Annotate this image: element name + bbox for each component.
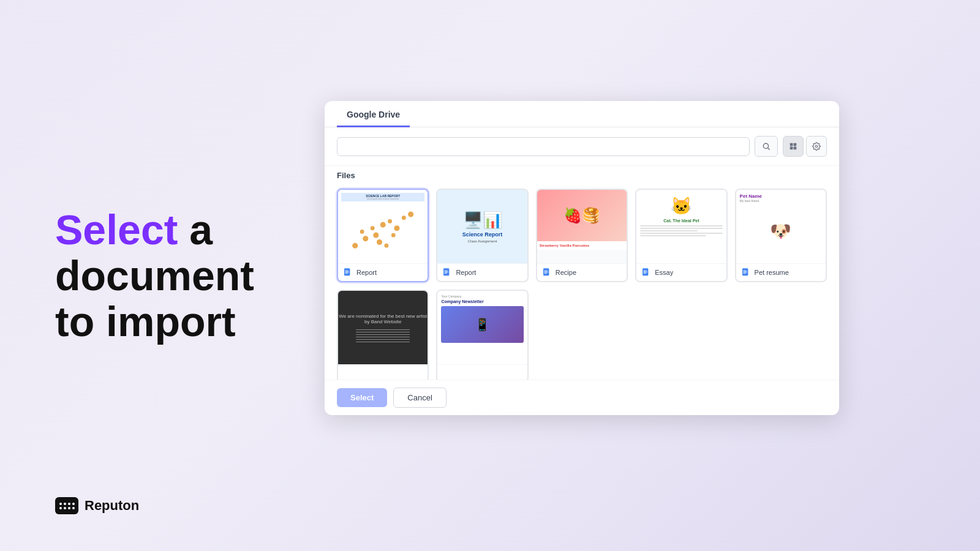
file-card-1[interactable]: SCIENCE LAB REPORT Lorem ipsum dolor sit…: [337, 189, 429, 282]
svg-rect-5: [794, 147, 797, 150]
dot: [64, 503, 66, 505]
svg-point-6: [815, 145, 818, 148]
file-info-6: [338, 364, 428, 380]
recipe-thumbnail: 🍓🥞 Strawberry Vanilla Pancakes: [537, 190, 627, 263]
reputon-logo-icon: [55, 497, 78, 514]
file-info-4: Essay: [636, 263, 726, 281]
newsletter-title: Company Newsletter: [441, 299, 523, 304]
file-card-2[interactable]: 🖥️📊 Science Report Class Assignment Repo…: [436, 189, 528, 282]
svg-point-11: [371, 226, 375, 230]
guitar-strings: [356, 329, 410, 342]
guitar-string: [356, 334, 410, 335]
svg-rect-39: [743, 273, 746, 274]
svg-point-7: [352, 243, 358, 249]
headline: Select a document to import: [55, 207, 288, 344]
guitar-string: [356, 342, 410, 342]
svg-line-1: [768, 148, 770, 150]
science-report-icon: 🖥️📊: [463, 211, 502, 230]
tab-bar: Google Drive: [325, 101, 839, 127]
recipe-image: 🍓🥞: [537, 190, 627, 241]
svg-rect-26: [445, 272, 449, 272]
file-info-1: Report: [338, 263, 428, 281]
guitar-string: [356, 339, 410, 340]
svg-rect-29: [544, 271, 547, 271]
logo-text: Reputon: [85, 498, 139, 514]
thumb-line: [640, 230, 698, 231]
thumb-line: [640, 225, 722, 227]
file-thumbnail-3: 🍓🥞 Strawberry Vanilla Pancakes: [537, 190, 627, 263]
file-card-3[interactable]: 🍓🥞 Strawberry Vanilla Pancakes Recipe: [536, 189, 628, 282]
doc-icon-1: [343, 268, 353, 277]
svg-rect-33: [644, 271, 647, 271]
svg-rect-25: [445, 271, 448, 271]
file-name-4: Essay: [655, 269, 673, 276]
dot-row-1: [59, 503, 75, 505]
science-report-thumbnail: 🖥️📊 Science Report Class Assignment: [437, 190, 527, 263]
svg-point-15: [391, 233, 396, 238]
guitar-string: [356, 332, 410, 332]
pet-image: 🐶: [740, 203, 822, 260]
grid-icon: [789, 142, 797, 151]
files-label: Files: [325, 166, 839, 184]
file-info-5: Pet resume: [736, 263, 826, 281]
file-card-5[interactable]: Pet Name My best friend 🐶 Pet resume: [735, 189, 827, 282]
view-buttons: [783, 136, 827, 157]
file-thumbnail-2: 🖥️📊 Science Report Class Assignment: [437, 190, 527, 263]
svg-rect-31: [544, 273, 547, 274]
settings-view-button[interactable]: [806, 136, 827, 157]
file-thumbnail-7: Your Company Company Newsletter 📱: [437, 291, 527, 364]
logo: Reputon: [55, 497, 139, 514]
file-card-6[interactable]: We are nominated for the best new artist…: [337, 290, 429, 380]
tab-google-drive[interactable]: Google Drive: [337, 101, 410, 127]
file-thumbnail-1: SCIENCE LAB REPORT Lorem ipsum dolor sit…: [338, 190, 428, 263]
science-report-title: Science Report: [462, 231, 503, 238]
search-bar: [325, 127, 839, 166]
file-thumbnail-4: 🐱 Cat. The Ideal Pet: [636, 190, 726, 263]
left-panel: Select a document to import: [55, 207, 288, 344]
file-info-3: Recipe: [537, 263, 627, 281]
guitar-string: [356, 337, 410, 337]
svg-point-8: [363, 236, 368, 241]
headline-part2: a: [178, 206, 213, 253]
svg-rect-3: [794, 143, 797, 146]
svg-rect-27: [445, 273, 448, 274]
svg-rect-30: [544, 272, 548, 272]
search-button[interactable]: [755, 136, 778, 157]
doc-icon-3: [542, 268, 552, 277]
svg-point-14: [377, 239, 382, 245]
essay-thumbnail: 🐱 Cat. The Ideal Pet: [636, 190, 726, 263]
svg-point-9: [360, 230, 364, 234]
svg-rect-35: [644, 273, 647, 274]
essay-title: Cat. The Ideal Pet: [663, 219, 699, 223]
file-card-7[interactable]: Your Company Company Newsletter 📱: [436, 290, 528, 380]
essay-lines: [640, 225, 722, 236]
settings-icon: [812, 142, 821, 151]
pet-thumbnail: Pet Name My best friend 🐶: [736, 190, 826, 263]
svg-point-13: [388, 219, 392, 223]
lab-title-bar: SCIENCE LAB REPORT Lorem ipsum dolor sit…: [341, 193, 424, 201]
scatter-plot: [341, 203, 424, 261]
select-button[interactable]: Select: [337, 388, 387, 407]
search-input[interactable]: [337, 137, 750, 156]
headline-line3: to import: [55, 298, 236, 344]
svg-rect-22: [345, 272, 349, 272]
guitar-thumbnail: We are nominated for the best new artist…: [338, 291, 428, 364]
svg-point-18: [408, 211, 413, 217]
headline-line2: document: [55, 252, 254, 299]
svg-point-12: [380, 222, 386, 228]
svg-rect-38: [743, 272, 747, 272]
svg-rect-21: [345, 271, 348, 271]
file-card-4[interactable]: 🐱 Cat. The Ideal Pet: [635, 189, 727, 282]
essay-cat-icon: 🐱: [671, 196, 692, 216]
grid-view-button[interactable]: [783, 136, 804, 157]
svg-rect-34: [644, 272, 648, 272]
lab-report-thumbnail: SCIENCE LAB REPORT Lorem ipsum dolor sit…: [338, 190, 428, 263]
headline-highlight: Select: [55, 206, 178, 253]
svg-rect-37: [743, 271, 746, 271]
guitar-text: We are nominated for the best new artist…: [338, 313, 428, 324]
cancel-button[interactable]: Cancel: [393, 388, 446, 408]
svg-rect-4: [790, 147, 793, 150]
pet-name: Pet Name: [740, 193, 822, 199]
file-info-7: [437, 364, 527, 380]
svg-rect-23: [345, 273, 348, 274]
